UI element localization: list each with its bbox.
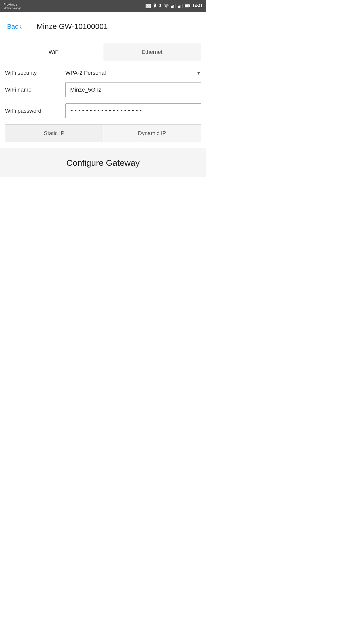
svg-rect-0 (146, 4, 151, 8)
carrier-name: Proximus (4, 3, 21, 6)
security-value: WPA-2 Personal (65, 70, 196, 76)
svg-rect-11 (185, 5, 189, 7)
wifi-password-input[interactable] (65, 103, 201, 118)
security-row: WiFi security WPA-2 Personal ▼ (5, 70, 201, 76)
svg-rect-9 (182, 4, 183, 8)
svg-rect-8 (180, 5, 181, 8)
status-icons: 14:41 (146, 4, 203, 9)
network-tab-bar: WiFi Ethernet (5, 43, 201, 61)
tab-static-ip[interactable]: Static IP (5, 125, 103, 142)
svg-rect-6 (178, 6, 179, 8)
tab-ethernet[interactable]: Ethernet (103, 43, 201, 61)
header: Back Minze GW-10100001 (0, 12, 206, 37)
signal-1-icon (171, 4, 176, 9)
signal-2-icon (178, 4, 183, 9)
back-button[interactable]: Back (7, 23, 22, 30)
wifi-password-label: WiFi password (5, 108, 65, 114)
security-dropdown[interactable]: WPA-2 Personal ▼ (65, 70, 201, 76)
carrier-info: Proximus Mobile Vikings (4, 3, 21, 10)
battery-status-icon (185, 4, 190, 8)
tab-dynamic-ip[interactable]: Dynamic IP (103, 125, 201, 142)
form-area: WiFi security WPA-2 Personal ▼ WiFi name… (0, 67, 206, 118)
ip-tab-bar: Static IP Dynamic IP (5, 124, 201, 142)
svg-rect-4 (173, 5, 174, 8)
svg-rect-12 (190, 5, 190, 7)
image-icon (146, 4, 151, 8)
header-divider (0, 37, 206, 37)
svg-rect-2 (171, 6, 172, 8)
svg-rect-7 (179, 6, 180, 8)
configure-gateway-button[interactable]: Configure Gateway (5, 158, 201, 168)
wifi-status-icon (164, 4, 169, 9)
status-bar: Proximus Mobile Vikings (0, 0, 206, 12)
provider-name: Mobile Vikings (4, 7, 21, 10)
wifi-name-input[interactable] (65, 82, 201, 97)
status-time: 14:41 (192, 4, 203, 8)
tab-wifi[interactable]: WiFi (5, 43, 103, 61)
security-label: WiFi security (5, 70, 65, 76)
wifi-password-row: WiFi password (5, 103, 201, 118)
location-icon (153, 4, 157, 9)
wifi-name-label: WiFi name (5, 87, 65, 93)
bluetooth-icon (159, 4, 162, 9)
page-title: Minze GW-10100001 (37, 22, 108, 31)
configure-section: Configure Gateway (0, 148, 206, 177)
wifi-name-row: WiFi name (5, 82, 201, 97)
chevron-down-icon: ▼ (196, 70, 201, 76)
svg-rect-5 (175, 4, 175, 8)
svg-rect-3 (172, 6, 173, 8)
